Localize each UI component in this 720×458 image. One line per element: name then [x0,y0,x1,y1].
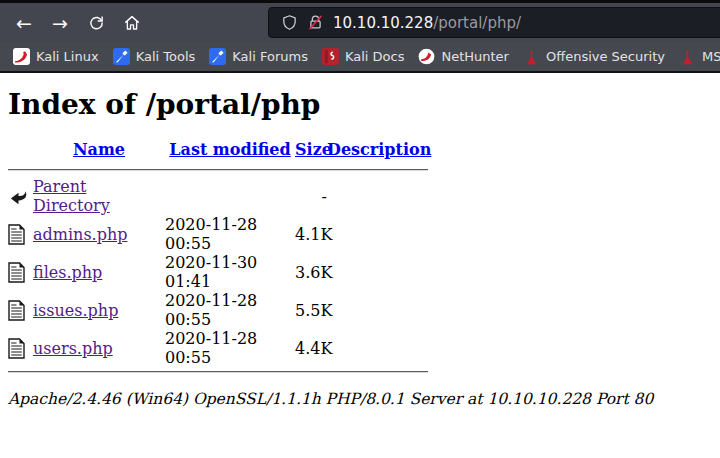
column-header-last-modified[interactable]: Last modified [169,140,290,159]
file-link[interactable]: Parent Directory [33,177,110,215]
icon-column-header [8,138,33,165]
page-title: Index of /portal/php [8,88,720,121]
description-cell [327,253,428,291]
bookmark-nethunter[interactable]: NetHunter [411,45,516,69]
bookmark-kali-tools[interactable]: Kali Tools [106,45,203,69]
file-link[interactable]: users.php [33,339,113,358]
size-cell: 4.4K [295,329,327,367]
server-signature: Apache/2.4.46 (Win64) OpenSSL/1.1.1h PHP… [8,390,720,408]
bookmarks-bar: Kali LinuxKali ToolsKali ForumsKali Docs… [0,42,720,73]
back-button[interactable]: ← [8,8,40,38]
bookmark-label: Kali Docs [345,49,405,64]
kali-linux-icon [13,48,30,65]
reload-button[interactable] [80,8,112,38]
size-cell: 5.5K [295,291,327,329]
header-row: Name Last modified Size Description [8,138,428,165]
description-cell [327,215,428,253]
last-modified-cell: 2020-11-30 01:41 [165,253,295,291]
bookmark-kali-docs[interactable]: Kali Docs [315,45,412,69]
text-file-icon [8,224,25,245]
kali-docs-icon [322,48,339,65]
bookmark-kali-linux[interactable]: Kali Linux [6,45,106,69]
description-cell [327,177,428,215]
table-row: admins.php2020-11-28 00:554.1K [8,215,428,253]
description-cell [327,329,428,367]
table-row: files.php2020-11-30 01:413.6K [8,253,428,291]
bookmark-label: Offensive Security [546,49,665,64]
table-row: issues.php2020-11-28 00:555.5K [8,291,428,329]
kali-tools-icon [113,48,130,65]
table-divider-bottom [8,367,428,379]
text-file-icon [8,262,25,283]
file-link[interactable]: issues.php [33,301,118,320]
insecure-lock-icon[interactable] [307,14,324,31]
directory-listing-table: Name Last modified Size Description Pare… [8,138,428,379]
kali-forums-icon [209,48,226,65]
home-icon [123,14,141,32]
last-modified-cell: 2020-11-28 00:55 [165,329,295,367]
description-cell [327,291,428,329]
home-button[interactable] [116,8,148,38]
msfu-icon [679,48,696,65]
bookmark-label: Kali Linux [36,49,99,64]
bookmark-kali-forums[interactable]: Kali Forums [202,45,315,69]
text-file-icon [8,338,25,359]
bookmark-msfu[interactable]: MSFU [672,45,720,69]
address-bar[interactable]: 10.10.10.228/portal/php/ [268,7,720,38]
file-link[interactable]: files.php [33,263,102,282]
table-divider-top [8,165,428,177]
column-header-name[interactable]: Name [73,140,125,159]
size-cell: 4.1K [295,215,327,253]
last-modified-cell: 2020-11-28 00:55 [165,215,295,253]
column-header-description[interactable]: Description [327,140,431,159]
url-text[interactable]: 10.10.10.228/portal/php/ [333,14,521,32]
listing-tbody: Parent Directory-admins.php2020-11-28 00… [8,177,428,367]
bookmark-offensive-security[interactable]: Offensive Security [516,45,672,69]
reload-icon [88,14,105,31]
page-content: Index of /portal/php Name Last modified … [0,88,720,408]
url-domain: 10.10.10.228 [333,14,433,32]
offensive-security-icon [523,48,540,65]
bookmark-label: NetHunter [441,49,509,64]
bookmark-label: Kali Tools [136,49,196,64]
forward-button[interactable]: → [44,8,76,38]
size-cell: - [295,177,327,215]
tracking-shield-icon[interactable] [281,14,298,31]
table-row: users.php2020-11-28 00:554.4K [8,329,428,367]
browser-toolbar: ← → 10.10.10.228/portal/php/ [0,3,720,42]
parent-directory-icon [8,186,29,207]
size-cell: 3.6K [295,253,327,291]
file-link[interactable]: admins.php [33,225,127,244]
bookmark-label: Kali Forums [232,49,308,64]
url-path: /portal/php/ [433,14,521,32]
last-modified-cell [165,177,295,215]
last-modified-cell: 2020-11-28 00:55 [165,291,295,329]
nethunter-icon [418,48,435,65]
bookmark-label: MSFU [702,49,720,64]
text-file-icon [8,300,25,321]
table-row: Parent Directory- [8,177,428,215]
